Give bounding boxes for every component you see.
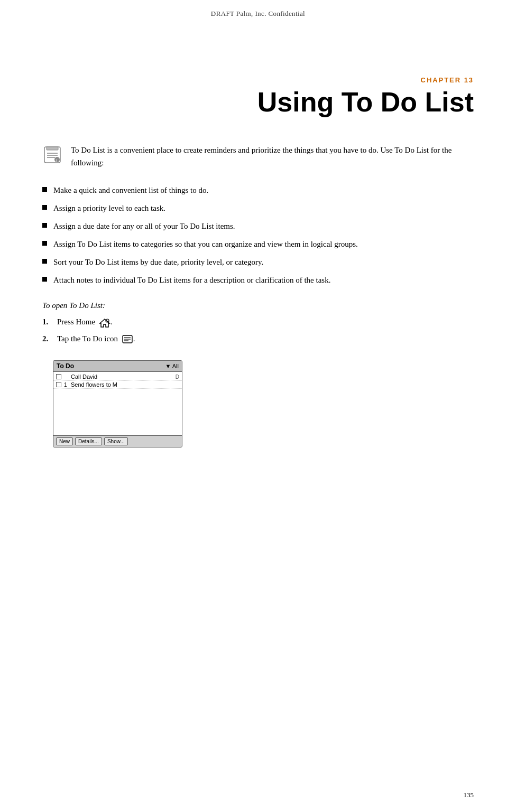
- row-text: Call David: [71, 374, 173, 380]
- app-filter: ▼ All: [165, 363, 179, 369]
- list-item: Assign a priority level to each task.: [42, 202, 474, 214]
- show-button[interactable]: Show...: [104, 437, 128, 445]
- app-body: Call David D 1 Send flowers to M: [53, 372, 182, 435]
- intro-box: i To Do List is a convenient place to cr…: [42, 144, 474, 169]
- checkbox: [56, 382, 61, 387]
- table-row: Call David D: [53, 373, 182, 381]
- svg-point-5: [54, 157, 60, 162]
- step-num: 1.: [42, 315, 53, 329]
- checkbox: [56, 374, 61, 379]
- svg-text:⌂: ⌂: [106, 320, 108, 322]
- step-num: 2.: [42, 332, 53, 346]
- page-header: DRAFT Palm, Inc. Confidential: [0, 0, 516, 23]
- svg-rect-1: [47, 147, 58, 150]
- bullet-icon: [42, 241, 47, 246]
- bullet-list: Make a quick and convenient list of thin…: [42, 184, 474, 286]
- page-number: 135: [464, 791, 474, 799]
- bullet-icon: [42, 223, 47, 228]
- chapter-title: Using To Do List: [42, 87, 474, 117]
- app-titlebar: To Do ▼ All: [53, 361, 182, 372]
- step-1: 1. Press Home ⌂ .: [42, 315, 474, 329]
- bullet-icon: [42, 277, 47, 282]
- bullet-icon: [42, 205, 47, 210]
- section-heading: To open To Do List:: [42, 301, 474, 310]
- priority: 1: [64, 382, 68, 388]
- numbered-steps: 1. Press Home ⌂ . 2. Tap the To Do icon: [42, 315, 474, 346]
- new-button[interactable]: New: [56, 437, 73, 445]
- list-item: Assign a due date for any or all of your…: [42, 220, 474, 232]
- chapter-label: CHAPTER 13: [42, 76, 474, 84]
- list-item: Attach notes to individual To Do List it…: [42, 274, 474, 286]
- svg-marker-7: [100, 319, 109, 327]
- list-item: Sort your To Do List items by due date, …: [42, 256, 474, 268]
- app-screenshot: To Do ▼ All Call David D 1 Send flowers …: [53, 360, 182, 447]
- home-icon: ⌂: [99, 318, 110, 328]
- list-item: Assign To Do List items to categories so…: [42, 238, 474, 250]
- bullet-icon: [42, 187, 47, 192]
- row-note: D: [176, 374, 179, 380]
- list-item: Make a quick and convenient list of thin…: [42, 184, 474, 197]
- table-row: 1 Send flowers to M: [53, 381, 182, 389]
- step-2-text: Tap the To Do icon .: [57, 332, 135, 346]
- row-text: Send flowers to M: [71, 381, 177, 388]
- todo-icon: [122, 334, 133, 344]
- step-2: 2. Tap the To Do icon .: [42, 332, 474, 346]
- bullet-icon: [42, 259, 47, 264]
- details-button[interactable]: Details...: [75, 437, 102, 445]
- intro-text: To Do List is a convenient place to crea…: [71, 144, 474, 169]
- app-title: To Do: [57, 362, 74, 370]
- note-icon: i: [42, 145, 62, 165]
- step-1-text: Press Home ⌂ .: [57, 315, 113, 329]
- app-footer: New Details... Show...: [53, 435, 182, 447]
